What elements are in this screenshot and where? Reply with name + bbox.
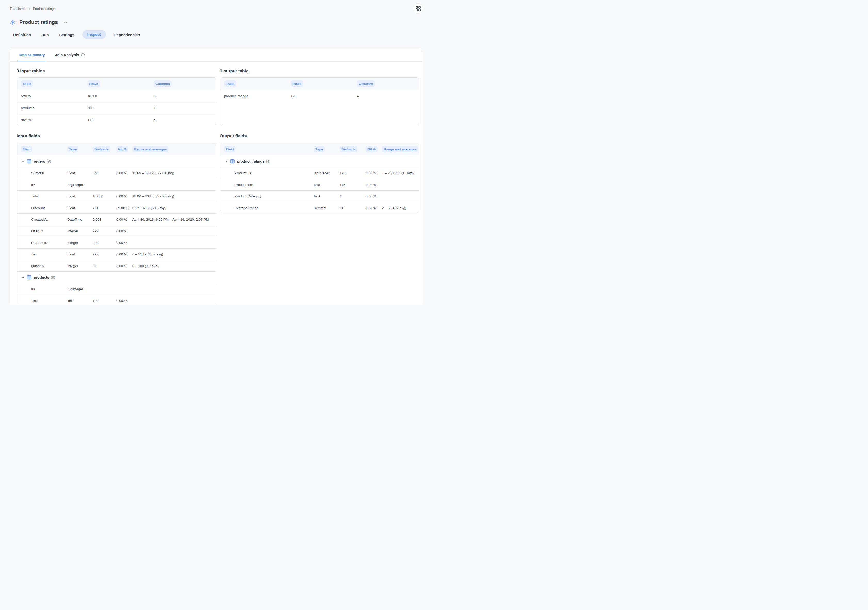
cell-distincts: 4 bbox=[339, 194, 366, 198]
cell-column-count: 4 bbox=[357, 94, 415, 98]
cell-distincts: 62 bbox=[93, 264, 116, 268]
inspect-panel: Data Summary Join Analysis 3 input table… bbox=[10, 48, 422, 305]
cell-distincts: 200 bbox=[93, 241, 116, 245]
group-row-product-ratings[interactable]: product_ratings (4) bbox=[220, 155, 419, 167]
input-tables-heading: 3 input tables bbox=[17, 68, 45, 74]
field-row: Tax Float 797 0.00 % 0 – 11.12 (3.87 avg… bbox=[17, 248, 216, 260]
column-pill-rows: Rows bbox=[291, 81, 303, 87]
column-pill-columns: Columns bbox=[357, 81, 375, 87]
cell-range: 1 – 200 (100.11 avg) bbox=[382, 171, 415, 175]
field-row: Product ID Integer 200 0.00 % bbox=[17, 237, 216, 248]
chevron-down-icon bbox=[22, 160, 25, 162]
group-row-products[interactable]: products (8) bbox=[17, 271, 216, 283]
column-pill-field: Field bbox=[21, 146, 32, 152]
tab-definition[interactable]: Definition bbox=[13, 33, 31, 37]
cell-field: Product Title bbox=[224, 183, 313, 187]
cell-nil: 0.00 % bbox=[116, 171, 132, 175]
group-name: orders bbox=[34, 159, 45, 163]
chevron-down-icon bbox=[22, 277, 25, 279]
output-tables-heading: 1 output table bbox=[220, 68, 248, 74]
column-pill-table: Table bbox=[224, 81, 236, 87]
cell-distincts: 797 bbox=[93, 252, 116, 256]
field-row: Product ID BigInteger 176 0.00 % 1 – 200… bbox=[220, 167, 419, 179]
tab-settings[interactable]: Settings bbox=[59, 33, 74, 37]
cell-range: 0 – 11.12 (3.87 avg) bbox=[132, 252, 212, 256]
page-title: Product ratings bbox=[19, 19, 58, 25]
column-pill-range: Range and averages bbox=[132, 146, 168, 152]
group-row-orders[interactable]: orders (9) bbox=[17, 155, 216, 167]
cell-table-name: product_ratings bbox=[224, 94, 291, 98]
cell-distincts: 175 bbox=[339, 183, 366, 187]
cell-nil: 0.00 % bbox=[366, 206, 382, 210]
cell-field: Product ID bbox=[224, 171, 313, 175]
cell-row-count: 1112 bbox=[87, 118, 154, 122]
cell-nil: 0.00 % bbox=[366, 194, 382, 198]
more-options-button[interactable] bbox=[62, 21, 68, 24]
cell-range: 2 – 5 (3.97 avg) bbox=[382, 206, 415, 210]
cell-column-count: 8 bbox=[154, 106, 212, 110]
cell-table-name: reviews bbox=[21, 118, 87, 122]
field-row: Total Float 10,000 0.00 % 12.06 – 238.33… bbox=[17, 190, 216, 202]
tab-data-summary[interactable]: Data Summary bbox=[18, 48, 45, 61]
cell-nil: 0.00 % bbox=[116, 299, 132, 303]
column-pill-nil: Nil % bbox=[116, 146, 128, 152]
cell-type: BigInteger bbox=[313, 171, 339, 175]
column-pill-nil: Nil % bbox=[366, 146, 378, 152]
tab-data-summary-label: Data Summary bbox=[19, 53, 45, 57]
cell-table-name: orders bbox=[21, 94, 87, 98]
tab-inspect[interactable]: Inspect bbox=[82, 30, 106, 39]
cell-distincts: 9,998 bbox=[93, 218, 116, 221]
output-tables-table: Table Rows Columns product_ratings 176 4 bbox=[220, 77, 419, 125]
cell-type: BigInteger bbox=[67, 287, 93, 291]
cell-type: Text bbox=[313, 183, 339, 187]
field-row: Title Text 199 0.00 % bbox=[17, 295, 216, 305]
cell-range: 0 – 100 (3.7 avg) bbox=[132, 264, 212, 268]
field-row: Subtotal Float 340 0.00 % 15.69 – 148.23… bbox=[17, 167, 216, 179]
table-row: product_ratings 176 4 bbox=[220, 90, 419, 102]
cell-column-count: 9 bbox=[154, 94, 212, 98]
cell-field: User ID bbox=[21, 229, 67, 233]
tab-run[interactable]: Run bbox=[41, 33, 49, 37]
table-icon bbox=[27, 159, 31, 164]
column-pill-distincts: Distincts bbox=[93, 146, 110, 152]
output-fields-heading: Output fields bbox=[220, 133, 247, 139]
group-name: product_ratings bbox=[237, 159, 265, 163]
cell-nil: 0.00 % bbox=[116, 218, 132, 221]
field-row: Discount Float 701 89.80 % 0.17 – 61.7 (… bbox=[17, 202, 216, 214]
grid-icon bbox=[416, 6, 421, 11]
cell-type: Float bbox=[67, 252, 93, 256]
tab-join-analysis[interactable]: Join Analysis bbox=[55, 48, 85, 61]
column-pill-rows: Rows bbox=[87, 81, 100, 87]
group-count: (8) bbox=[51, 276, 55, 279]
cell-row-count: 176 bbox=[291, 94, 357, 98]
breadcrumb-current: Product ratings bbox=[33, 7, 55, 11]
table-row: products 200 8 bbox=[17, 102, 216, 114]
column-pill-columns: Columns bbox=[154, 81, 172, 87]
field-row: ID BigInteger bbox=[17, 283, 216, 295]
cell-distincts: 10,000 bbox=[93, 194, 116, 198]
cell-type: DateTime bbox=[67, 218, 93, 221]
chevron-down-icon bbox=[225, 160, 228, 162]
cell-type: Text bbox=[313, 194, 339, 198]
tab-dependencies[interactable]: Dependencies bbox=[114, 33, 140, 37]
cell-field: Total bbox=[21, 194, 67, 198]
input-tables-table: Table Rows Columns orders 18760 9 produc… bbox=[17, 77, 216, 125]
breadcrumb-link-transforms[interactable]: Transforms bbox=[9, 7, 26, 11]
cell-nil: 0.00 % bbox=[116, 252, 132, 256]
cell-range: 0.17 – 61.7 (5.16 avg) bbox=[132, 206, 212, 210]
field-row: Created At DateTime 9,998 0.00 % April 3… bbox=[17, 214, 216, 225]
apps-grid-button[interactable] bbox=[413, 3, 423, 14]
column-pill-table: Table bbox=[21, 81, 33, 87]
cell-distincts: 340 bbox=[93, 171, 116, 175]
cell-field: ID bbox=[21, 183, 67, 187]
cell-type: Integer bbox=[67, 229, 93, 233]
cell-field: Subtotal bbox=[21, 171, 67, 175]
column-pill-range: Range and averages bbox=[382, 146, 418, 152]
title-row: Product ratings bbox=[9, 19, 68, 26]
cell-nil: 0.00 % bbox=[116, 264, 132, 268]
cell-range: 12.06 – 238.33 (82.96 avg) bbox=[132, 194, 212, 198]
main-tabs: Definition Run Settings Inspect Dependen… bbox=[13, 30, 140, 39]
cell-field: Quantity bbox=[21, 264, 67, 268]
cell-field: Tax bbox=[21, 252, 67, 256]
column-pill-field: Field bbox=[224, 146, 236, 152]
